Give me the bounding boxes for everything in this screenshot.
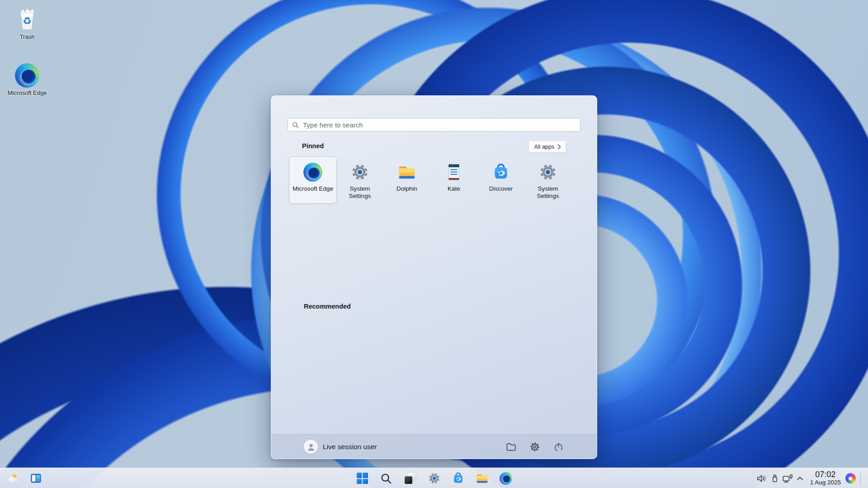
user-name[interactable]: Live session user bbox=[323, 435, 377, 459]
taskbar-tray: 07:02 1 Aug 2025 bbox=[756, 468, 863, 488]
all-apps-label: All apps bbox=[534, 144, 554, 150]
pinned-app-system-settings[interactable]: System Settings bbox=[336, 157, 383, 203]
discover-bag-icon bbox=[452, 472, 465, 485]
edge-icon bbox=[15, 63, 39, 88]
date-label: 1 Aug 2025 bbox=[810, 479, 841, 486]
taskbar-discover[interactable] bbox=[451, 472, 465, 485]
dolphin-folder-icon bbox=[397, 163, 416, 182]
recommended-section-title: Recommended bbox=[304, 303, 351, 310]
taskbar-edge[interactable] bbox=[499, 472, 513, 485]
system-settings-icon bbox=[538, 163, 557, 182]
search-input[interactable] bbox=[302, 121, 576, 129]
taskbar: 07:02 1 Aug 2025 bbox=[0, 468, 868, 488]
svg-text:♻: ♻ bbox=[23, 15, 32, 27]
task-view-button[interactable] bbox=[403, 472, 417, 485]
windows-logo-icon bbox=[357, 473, 368, 484]
pinned-app-label: System Settings bbox=[527, 185, 569, 200]
display-connect-icon[interactable] bbox=[781, 472, 794, 485]
desktop-screen: ♻ Trash Microsoft Edge Pinned All apps bbox=[0, 0, 868, 488]
pinned-app-microsoft-edge[interactable]: Microsoft Edge bbox=[289, 157, 336, 203]
dolphin-folder-icon bbox=[476, 472, 489, 485]
task-view-icon bbox=[405, 473, 416, 484]
pinned-apps-grid: Microsoft Edge System Settings bbox=[289, 157, 571, 203]
chevron-right-icon bbox=[557, 144, 561, 150]
pinned-app-label: Discover bbox=[489, 185, 513, 192]
pinned-app-label: Dolphin bbox=[396, 185, 417, 192]
taskbar-system-settings[interactable] bbox=[427, 472, 441, 485]
desktop-icon-trash[interactable]: ♻ Trash bbox=[6, 5, 48, 41]
kate-notepad-icon bbox=[444, 163, 463, 182]
search-icon bbox=[292, 122, 299, 128]
folder-icon bbox=[506, 442, 516, 451]
start-button[interactable] bbox=[355, 472, 369, 485]
pinned-app-label: System Settings bbox=[339, 185, 381, 200]
desktop-icon-edge[interactable]: Microsoft Edge bbox=[6, 63, 48, 97]
start-search-box[interactable] bbox=[288, 118, 580, 131]
volume-icon[interactable] bbox=[756, 472, 769, 485]
clock[interactable]: 07:02 1 Aug 2025 bbox=[810, 470, 841, 486]
pinned-app-kate[interactable]: Kate bbox=[430, 157, 477, 203]
start-menu-footer: Live session user bbox=[271, 434, 597, 459]
user-avatar-icon bbox=[306, 442, 316, 452]
pinned-app-discover[interactable]: Discover bbox=[477, 157, 524, 203]
system-settings-icon bbox=[428, 472, 441, 485]
pinned-app-system-settings-2[interactable]: System Settings bbox=[524, 157, 571, 203]
pinned-section-title: Pinned bbox=[302, 142, 324, 150]
desktop-icon-label: Microsoft Edge bbox=[8, 90, 47, 97]
pinned-app-dolphin[interactable]: Dolphin bbox=[383, 157, 430, 203]
discover-bag-icon bbox=[491, 163, 510, 182]
start-menu: Pinned All apps Microsoft Edge bbox=[271, 95, 597, 459]
taskbar-center bbox=[0, 468, 868, 488]
power-icon bbox=[553, 442, 564, 452]
usb-drive-icon[interactable] bbox=[769, 472, 781, 485]
trash-icon: ♻ bbox=[15, 5, 39, 32]
open-file-manager-button[interactable] bbox=[505, 441, 517, 453]
copilot-icon[interactable] bbox=[845, 473, 856, 483]
pinned-app-label: Kate bbox=[448, 185, 460, 192]
time-label: 07:02 bbox=[810, 470, 841, 479]
edge-icon bbox=[500, 472, 512, 485]
settings-gear-icon bbox=[529, 441, 540, 452]
power-button[interactable] bbox=[552, 441, 564, 453]
settings-button[interactable] bbox=[529, 441, 541, 453]
desktop-icon-label: Trash bbox=[20, 34, 35, 41]
user-avatar[interactable] bbox=[304, 440, 318, 454]
show-desktop-divider[interactable] bbox=[860, 472, 861, 485]
taskbar-dolphin[interactable] bbox=[475, 472, 489, 485]
edge-icon bbox=[303, 163, 322, 182]
all-apps-button[interactable]: All apps bbox=[528, 141, 566, 153]
pinned-app-label: Microsoft Edge bbox=[292, 185, 333, 192]
search-icon bbox=[380, 473, 392, 484]
taskbar-search-button[interactable] bbox=[379, 472, 393, 485]
system-settings-icon bbox=[350, 163, 369, 182]
chevron-up-icon[interactable] bbox=[794, 472, 807, 485]
